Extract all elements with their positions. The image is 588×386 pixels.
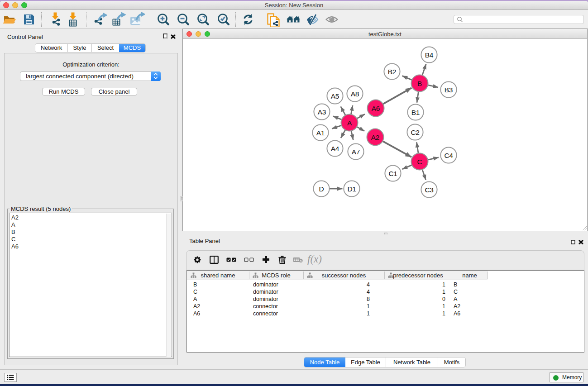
svg-text:C4: C4 (444, 152, 453, 159)
svg-text:B4: B4 (425, 51, 434, 59)
svg-text:A4: A4 (331, 145, 339, 152)
svg-text:C1: C1 (388, 170, 397, 177)
svg-text:A6: A6 (372, 105, 380, 112)
svg-text:A: A (347, 119, 352, 127)
svg-text:B: B (417, 80, 422, 87)
svg-text:A5: A5 (331, 92, 339, 100)
svg-text:B1: B1 (411, 109, 420, 116)
svg-text:A2: A2 (371, 133, 379, 141)
svg-text:A1: A1 (316, 129, 325, 137)
svg-text:A3: A3 (318, 108, 326, 116)
svg-text:A7: A7 (352, 148, 360, 156)
svg-text:C: C (417, 158, 422, 166)
svg-text:C2: C2 (411, 129, 419, 136)
svg-text:D1: D1 (347, 185, 356, 193)
svg-text:D: D (319, 185, 324, 193)
svg-text:B2: B2 (388, 68, 396, 76)
svg-text:C3: C3 (425, 186, 433, 194)
svg-text:B3: B3 (445, 86, 453, 94)
svg-text:A8: A8 (351, 90, 359, 98)
